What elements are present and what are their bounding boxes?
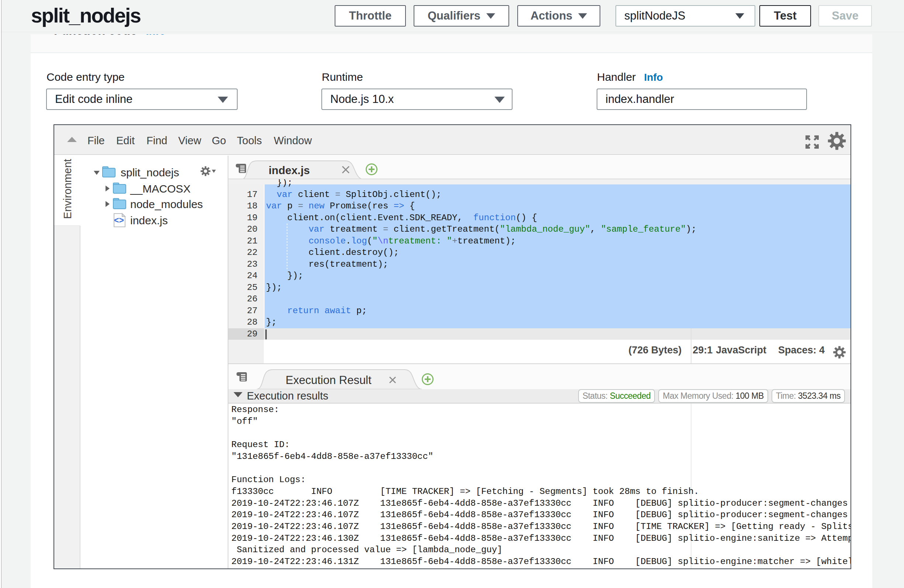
svg-text:<>: <> xyxy=(114,215,124,225)
